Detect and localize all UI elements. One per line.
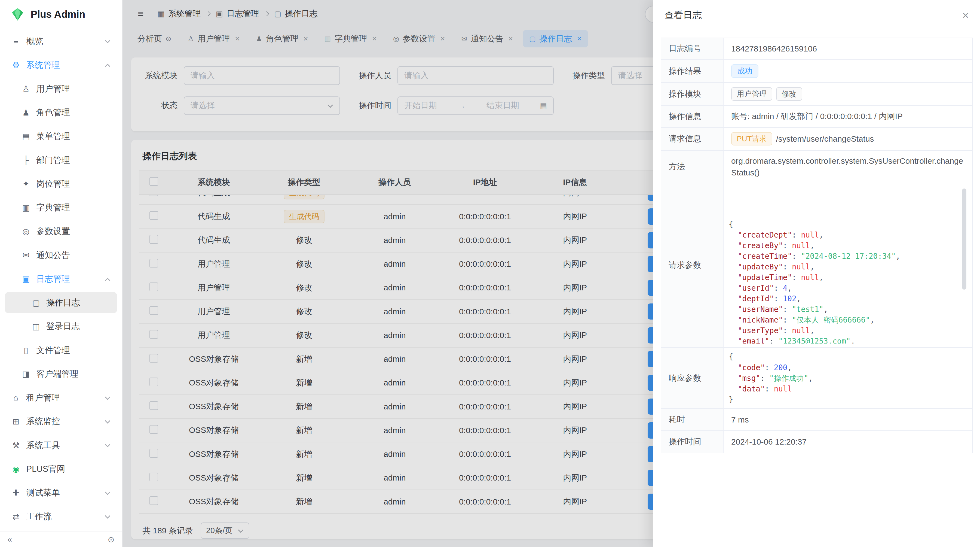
response-params-json: { "code": 200, "msg": "操作成功", "data": nu…: [729, 351, 967, 405]
sidebar-item-file-management[interactable]: ▯文件管理: [5, 340, 117, 361]
sidebar-item-overview[interactable]: ≡概览: [5, 30, 117, 52]
detail-row-response-params: 响应参数 { "code": 200, "msg": "操作成功", "data…: [661, 348, 972, 409]
dict-icon: ▥: [21, 203, 30, 212]
json-scrollbar-thumb[interactable]: [962, 188, 966, 290]
sidebar-item-menu-management[interactable]: ▤菜单管理: [5, 126, 117, 147]
detail-row-log-id: 日志编号 1842781986426159106: [661, 38, 972, 60]
sidebar-item-label: 系统管理: [26, 59, 60, 71]
chevron-down-icon: [105, 418, 111, 425]
param-icon: ◎: [21, 226, 30, 236]
system-icon: ⚙: [11, 60, 21, 70]
sidebar-item-dept-management[interactable]: ├部门管理: [5, 150, 117, 171]
sidebar-item-label: 系统工具: [26, 440, 60, 451]
sidebar-item-system-management[interactable]: ⚙系统管理: [5, 54, 117, 76]
sidebar-item-plus-site[interactable]: ◉PLUS官网: [5, 458, 117, 480]
sidebar-item-label: 角色管理: [36, 107, 70, 118]
sidebar-item-label: 通知公告: [36, 250, 70, 261]
sidebar-item-label: 用户管理: [36, 83, 70, 94]
log-detail-list: 日志编号 1842781986426159106 操作结果 成功 操作模块 用户…: [661, 38, 973, 453]
drawer-header: 查看日志 ×: [653, 0, 980, 31]
workflow-icon: ⇄: [11, 512, 21, 521]
sidebar-item-tenant-management[interactable]: ⌂租户管理: [5, 387, 117, 408]
close-drawer-icon[interactable]: ×: [962, 10, 969, 21]
logo-icon: [10, 7, 25, 22]
sidebar-item-test-menu[interactable]: ✚测试菜单: [5, 482, 117, 503]
chevron-down-icon: [105, 395, 111, 401]
role-icon: ♟: [21, 108, 30, 117]
detail-row-method: 方法 org.dromara.system.controller.system.…: [661, 151, 972, 183]
request-path: /system/user/changeStatus: [776, 134, 874, 144]
dept-icon: ├: [21, 156, 30, 165]
chevron-down-icon: [105, 38, 111, 45]
detail-row-result: 操作结果 成功: [661, 60, 972, 83]
detail-row-cost: 耗时 7 ms: [661, 409, 972, 431]
plus-site-icon: ◉: [11, 464, 21, 474]
sidebar-item-label: 岗位管理: [36, 178, 70, 190]
detail-row-module: 操作模块 用户管理修改: [661, 83, 972, 106]
sidebar-item-label: 租户管理: [26, 392, 60, 403]
notice-icon: ✉: [21, 250, 30, 260]
tenant-icon: ⌂: [11, 393, 21, 402]
sidebar-item-param-settings[interactable]: ◎参数设置: [5, 221, 117, 242]
put-request-badge: PUT请求: [731, 132, 772, 146]
sidebar-item-label: 日志管理: [36, 273, 70, 285]
sidebar-item-user-management[interactable]: ♙用户管理: [5, 78, 117, 99]
sidebar-item-role-management[interactable]: ♟角色管理: [5, 102, 117, 123]
chevron-down-icon: [105, 442, 111, 448]
request-params-json: { "createDept": null, "createBy": null, …: [729, 187, 967, 343]
sidebar-footer: « ⊙: [0, 531, 122, 547]
sidebar-item-login-log[interactable]: ◫登录日志: [5, 316, 117, 337]
sidebar-item-label: 字典管理: [36, 202, 70, 213]
collapse-sidebar-icon[interactable]: «: [8, 535, 12, 544]
app-root: Plus Admin ≡概览⚙系统管理♙用户管理♟角色管理▤菜单管理├部门管理✦…: [0, 0, 980, 547]
sidebar-item-dict-management[interactable]: ▥字典管理: [5, 197, 117, 218]
sidebar-item-label: 参数设置: [36, 226, 70, 237]
view-log-drawer: 查看日志 × 日志编号 1842781986426159106 操作结果 成功 …: [653, 0, 980, 547]
sidebar-item-log-management[interactable]: ▣日志管理: [5, 268, 117, 290]
log-id-value: 1842781986426159106: [724, 38, 972, 59]
test-icon: ✚: [11, 488, 21, 498]
sidebar-item-post-management[interactable]: ✦岗位管理: [5, 173, 117, 195]
detail-row-op-time: 操作时间 2024-10-06 12:20:37: [661, 431, 972, 453]
sidebar: Plus Admin ≡概览⚙系统管理♙用户管理♟角色管理▤菜单管理├部门管理✦…: [0, 0, 123, 547]
method-value: org.dromara.system.controller.system.Sys…: [731, 155, 964, 179]
app-title: Plus Admin: [30, 9, 85, 20]
logo[interactable]: Plus Admin: [0, 0, 122, 29]
overview-icon: ≡: [11, 37, 21, 46]
sidebar-item-label: 测试菜单: [26, 487, 60, 499]
sidebar-item-label: 部门管理: [36, 155, 70, 166]
sidebar-item-system-tools[interactable]: ⚒系统工具: [5, 434, 117, 456]
sidebar-item-label: PLUS官网: [26, 463, 65, 475]
menu-list-icon: ▤: [21, 132, 30, 141]
sidebar-item-system-monitor[interactable]: ⊞系统监控: [5, 411, 117, 432]
post-icon: ✦: [21, 179, 30, 188]
json-scrollbar: [962, 188, 966, 343]
file-icon: ▯: [21, 345, 30, 355]
detail-row-request-params: 请求参数 { "createDept": null, "createBy": n…: [661, 183, 972, 348]
sidebar-item-label: 文件管理: [36, 344, 70, 356]
chevron-down-icon: [105, 514, 111, 520]
chevron-up-icon: [105, 62, 111, 68]
oplog-icon: ▢: [31, 298, 41, 308]
result-success-badge: 成功: [731, 64, 759, 78]
tools-icon: ⚒: [11, 440, 21, 450]
sidebar-item-notice[interactable]: ✉通知公告: [5, 245, 117, 266]
chevron-down-icon: [105, 490, 111, 496]
user-icon: ♙: [21, 84, 30, 93]
sidebar-menu: ≡概览⚙系统管理♙用户管理♟角色管理▤菜单管理├部门管理✦岗位管理▥字典管理◎参…: [0, 29, 122, 531]
sidebar-item-client-management[interactable]: ◨客户端管理: [5, 364, 117, 384]
drawer-title: 查看日志: [665, 9, 702, 22]
client-icon: ◨: [21, 369, 30, 379]
detail-row-request: 请求信息 PUT请求 /system/user/changeStatus: [661, 128, 972, 151]
pin-layout-icon[interactable]: ⊙: [108, 535, 115, 544]
module-tag: 用户管理: [731, 87, 772, 101]
sidebar-item-workflow[interactable]: ⇄工作流: [5, 506, 117, 527]
chevron-up-icon: [105, 276, 111, 282]
sidebar-item-label: 系统监控: [26, 416, 60, 427]
operation-info-value: 账号: admin / 研发部门 / 0:0:0:0:0:0:0:1 / 内网I…: [724, 106, 972, 127]
sidebar-item-operation-log[interactable]: ▢操作日志: [5, 292, 117, 313]
monitor-icon: ⊞: [11, 417, 21, 426]
login-log-icon: ◫: [31, 322, 41, 331]
detail-row-info: 操作信息 账号: admin / 研发部门 / 0:0:0:0:0:0:0:1 …: [661, 106, 972, 128]
sidebar-item-label: 概览: [26, 36, 43, 47]
